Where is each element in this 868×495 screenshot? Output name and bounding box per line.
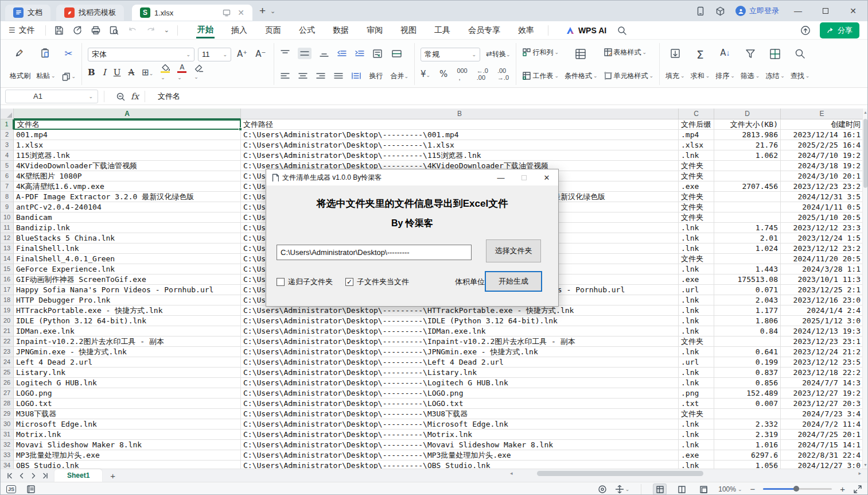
row-header-11[interactable]: 11 bbox=[1, 223, 14, 233]
zoom-level-button[interactable]: 100%⌄ bbox=[718, 485, 742, 493]
menu-review[interactable]: 审阅 bbox=[365, 23, 384, 38]
cell-E21[interactable]: 2024/12/13 19:3 bbox=[781, 326, 863, 337]
number-format-select[interactable]: 常规⌄ bbox=[421, 48, 480, 61]
distributed-icon[interactable] bbox=[351, 71, 361, 80]
font-size-select[interactable]: 11⌄ bbox=[198, 48, 231, 61]
row-header-7[interactable]: 7 bbox=[1, 181, 14, 192]
cut-copy-buttons[interactable]: ✂ ⌄ bbox=[61, 46, 76, 83]
cell-D18[interactable]: 2.043 bbox=[714, 295, 781, 305]
cell-D2[interactable]: 2813.986 bbox=[714, 130, 781, 140]
cell-C1[interactable]: 文件后缀 bbox=[679, 119, 714, 130]
column-header-C[interactable]: C bbox=[679, 109, 714, 119]
insert-function-icon[interactable]: fx bbox=[131, 91, 139, 102]
prev-sheet-icon[interactable] bbox=[18, 473, 25, 479]
cell-D31[interactable]: 2.319 bbox=[714, 430, 781, 440]
cell-C5[interactable]: 文件夹 bbox=[679, 161, 714, 171]
cell-A8[interactable]: A-PDF Image Extractor 3.2.0 最新汉化绿色版 bbox=[14, 192, 241, 202]
decrease-indent-icon[interactable] bbox=[337, 49, 347, 58]
cell-E3[interactable]: 2025/2/25 16:4 bbox=[781, 140, 863, 150]
horizontal-scroll-thumb[interactable] bbox=[537, 471, 703, 476]
cell-C19[interactable]: .lnk bbox=[679, 305, 714, 316]
conditional-format-button[interactable]: 条件格式⌄ bbox=[565, 71, 598, 81]
cell-A21[interactable]: IDMan.exe.lnk bbox=[14, 326, 241, 337]
cell-B32[interactable]: C:\Users\Administrator\Desktop\---------… bbox=[241, 440, 679, 450]
cell-D20[interactable]: 1.806 bbox=[714, 316, 781, 326]
cell-D8[interactable] bbox=[714, 192, 781, 202]
cell-C2[interactable]: .mp4 bbox=[679, 130, 714, 140]
column-header-E[interactable]: E bbox=[781, 109, 863, 119]
zoom-out-button[interactable]: − bbox=[750, 484, 755, 494]
cell-C25[interactable]: .lnk bbox=[679, 368, 714, 378]
row-header-24[interactable]: 24 bbox=[1, 357, 14, 368]
cell-B28[interactable]: C:\Users\Administrator\Desktop\---------… bbox=[241, 399, 679, 409]
cell-E33[interactable]: 2022/8/31 22:4 bbox=[781, 450, 863, 461]
cell-C20[interactable]: .lnk bbox=[679, 316, 714, 326]
vertical-scroll-thumb[interactable] bbox=[863, 119, 867, 188]
row-header-21[interactable]: 21 bbox=[1, 326, 14, 337]
scroll-up-icon[interactable]: ▲ bbox=[863, 110, 868, 114]
cell-B1[interactable]: 文件路径 bbox=[241, 119, 679, 130]
cell-B22[interactable]: C:\Users\Administrator\Desktop\---------… bbox=[241, 337, 679, 347]
cell-B26[interactable]: C:\Users\Administrator\Desktop\---------… bbox=[241, 378, 679, 388]
cell-D34[interactable]: 1.056 bbox=[714, 461, 781, 469]
menu-data[interactable]: 数据 bbox=[332, 23, 350, 38]
cell-B27[interactable]: C:\Users\Administrator\Desktop\---------… bbox=[241, 388, 679, 399]
cell-E12[interactable]: 2023/12/24 1:5 bbox=[781, 233, 863, 243]
cell-A18[interactable]: HTTP Debugger Pro.lnk bbox=[14, 295, 241, 305]
cell-C4[interactable]: .lnk bbox=[679, 150, 714, 161]
row-header-1[interactable]: 1 bbox=[1, 119, 14, 130]
row-header-18[interactable]: 18 bbox=[1, 295, 14, 305]
row-header-32[interactable]: 32 bbox=[1, 440, 14, 450]
row-header-26[interactable]: 26 bbox=[1, 378, 14, 388]
menu-tools[interactable]: 工具 bbox=[433, 23, 451, 38]
cell-B31[interactable]: C:\Users\Administrator\Desktop\---------… bbox=[241, 430, 679, 440]
thousands-separator-button[interactable]: 000 , bbox=[457, 67, 467, 81]
cell-A4[interactable]: 115浏览器.lnk bbox=[14, 150, 241, 161]
cell-C7[interactable]: .exe bbox=[679, 181, 714, 192]
close-window-button[interactable]: ✕ bbox=[844, 3, 862, 18]
increase-decimal-button[interactable]: ←.0.00 bbox=[477, 67, 488, 81]
row-header-15[interactable]: 15 bbox=[1, 264, 14, 274]
cell-A26[interactable]: Logitech G HUB.lnk bbox=[14, 378, 241, 388]
cell-D26[interactable]: 0.856 bbox=[714, 378, 781, 388]
selection-mode-button[interactable]: ⌄ bbox=[615, 485, 630, 493]
cell-E19[interactable]: 2024/1/4 2:4 bbox=[781, 305, 863, 316]
row-header-8[interactable]: 8 bbox=[1, 192, 14, 202]
upload-cloud-icon[interactable] bbox=[800, 25, 811, 36]
row-header-2[interactable]: 2 bbox=[1, 130, 14, 140]
fullscreen-icon[interactable] bbox=[853, 485, 862, 493]
cell-A13[interactable]: FinalShell.lnk bbox=[14, 243, 241, 254]
tab-documents[interactable]: 文档 bbox=[5, 5, 50, 21]
cell-E17[interactable]: 2023/12/25 2:1 bbox=[781, 285, 863, 295]
row-header-10[interactable]: 10 bbox=[1, 212, 14, 223]
cell-C9[interactable]: 文件夹 bbox=[679, 202, 714, 212]
cell-D11[interactable]: 1.745 bbox=[714, 223, 781, 233]
align-middle-icon[interactable] bbox=[299, 49, 310, 58]
cell-A1[interactable]: 文件名 bbox=[14, 119, 241, 130]
fill-button[interactable]: 填充⌄ bbox=[665, 46, 685, 83]
underline-button[interactable]: U bbox=[114, 67, 121, 78]
cell-B29[interactable]: C:\Users\Administrator\Desktop\---------… bbox=[241, 409, 679, 419]
rows-columns-button[interactable]: 行和列⌄ bbox=[522, 48, 559, 57]
cell-E29[interactable]: 2024/7/23 3:4 bbox=[781, 409, 863, 419]
cell-A22[interactable]: Inpaint-v10.2.2图片去水印工具 - 副本 bbox=[14, 337, 241, 347]
cell-A3[interactable]: 1.xlsx bbox=[14, 140, 241, 150]
cell-B33[interactable]: C:\Users\Administrator\Desktop\---------… bbox=[241, 450, 679, 461]
page-break-view-button[interactable] bbox=[696, 484, 710, 495]
cell-E18[interactable]: 2023/12/16 23:0 bbox=[781, 295, 863, 305]
cell-E24[interactable]: 2023/12/12 23:5 bbox=[781, 357, 863, 368]
folder-path-input[interactable] bbox=[277, 245, 472, 260]
cell-A24[interactable]: Left 4 Dead 2.url bbox=[14, 357, 241, 368]
cell-B21[interactable]: C:\Users\Administrator\Desktop\---------… bbox=[241, 326, 679, 337]
cell-E34[interactable]: 2024/12/27 3:0 bbox=[781, 461, 863, 469]
app-center-icon[interactable] bbox=[715, 6, 725, 16]
cell-E8[interactable]: 2024/12/31 3:5 bbox=[781, 192, 863, 202]
cell-A31[interactable]: Motrix.lnk bbox=[14, 430, 241, 440]
cell-D30[interactable]: 2.332 bbox=[714, 419, 781, 430]
tab-list-chevron-icon[interactable]: ⌄ bbox=[270, 7, 275, 15]
row-header-13[interactable]: 13 bbox=[1, 243, 14, 254]
cell-D23[interactable]: 0.641 bbox=[714, 347, 781, 357]
export-icon[interactable] bbox=[72, 25, 83, 36]
cell-E28[interactable]: 2023/12/27 20:3 bbox=[781, 399, 863, 409]
tab-1xlsx-active[interactable]: S 1.xlsx ✕ bbox=[132, 5, 252, 21]
